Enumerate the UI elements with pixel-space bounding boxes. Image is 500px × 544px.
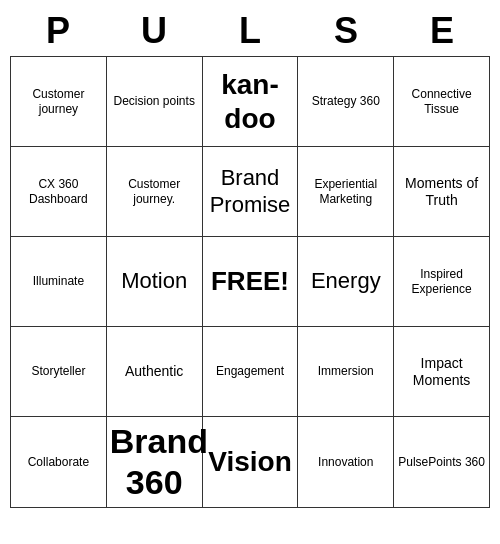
cell-text-0-2: kan-doo (206, 68, 295, 135)
title-letter-P: P (18, 10, 98, 52)
cell-text-2-1: Motion (110, 268, 199, 294)
cell-4-4: PulsePoints 360 (394, 417, 490, 508)
cell-3-3: Immersion (298, 327, 394, 417)
cell-3-0: Storyteller (11, 327, 107, 417)
cell-text-4-2: Vision (206, 445, 295, 479)
cell-text-3-3: Immersion (301, 364, 390, 378)
cell-1-2: Brand Promise (202, 147, 298, 237)
cell-text-3-4: Impact Moments (397, 355, 486, 389)
cell-0-4: Connective Tissue (394, 57, 490, 147)
cell-text-3-2: Engagement (206, 364, 295, 378)
cell-text-4-0: Collaborate (14, 455, 103, 469)
cell-1-1: Customer journey. (106, 147, 202, 237)
cell-text-4-1: Brand 360 (110, 421, 199, 503)
title-letter-L: L (210, 10, 290, 52)
cell-2-4: Inspired Experience (394, 237, 490, 327)
cell-4-0: Collaborate (11, 417, 107, 508)
cell-0-3: Strategy 360 (298, 57, 394, 147)
cell-text-1-4: Moments of Truth (397, 175, 486, 209)
cell-text-2-0: Illuminate (14, 274, 103, 288)
cell-text-3-0: Storyteller (14, 364, 103, 378)
title-letter-U: U (114, 10, 194, 52)
title-letter-E: E (402, 10, 482, 52)
bingo-title: PULSE (10, 10, 490, 52)
cell-3-4: Impact Moments (394, 327, 490, 417)
cell-2-2: FREE! (202, 237, 298, 327)
cell-0-1: Decision points (106, 57, 202, 147)
cell-text-4-3: Innovation (301, 455, 390, 469)
cell-text-0-0: Customer journey (14, 87, 103, 116)
cell-text-1-3: Experiential Marketing (301, 177, 390, 206)
cell-0-2: kan-doo (202, 57, 298, 147)
cell-1-0: CX 360 Dashboard (11, 147, 107, 237)
cell-2-3: Energy (298, 237, 394, 327)
bingo-grid: Customer journeyDecision pointskan-dooSt… (10, 56, 490, 508)
cell-2-0: Illuminate (11, 237, 107, 327)
cell-0-0: Customer journey (11, 57, 107, 147)
cell-1-3: Experiential Marketing (298, 147, 394, 237)
cell-text-0-3: Strategy 360 (301, 94, 390, 108)
cell-4-1: Brand 360 (106, 417, 202, 508)
cell-text-1-0: CX 360 Dashboard (14, 177, 103, 206)
cell-text-0-4: Connective Tissue (397, 87, 486, 116)
cell-1-4: Moments of Truth (394, 147, 490, 237)
cell-3-2: Engagement (202, 327, 298, 417)
cell-4-2: Vision (202, 417, 298, 508)
title-letter-S: S (306, 10, 386, 52)
cell-text-2-4: Inspired Experience (397, 267, 486, 296)
cell-text-3-1: Authentic (110, 363, 199, 380)
cell-2-1: Motion (106, 237, 202, 327)
cell-text-2-3: Energy (301, 268, 390, 294)
cell-text-2-2: FREE! (206, 266, 295, 297)
cell-text-1-2: Brand Promise (206, 165, 295, 218)
cell-3-1: Authentic (106, 327, 202, 417)
cell-text-0-1: Decision points (110, 94, 199, 108)
cell-4-3: Innovation (298, 417, 394, 508)
cell-text-4-4: PulsePoints 360 (397, 455, 486, 469)
cell-text-1-1: Customer journey. (110, 177, 199, 206)
